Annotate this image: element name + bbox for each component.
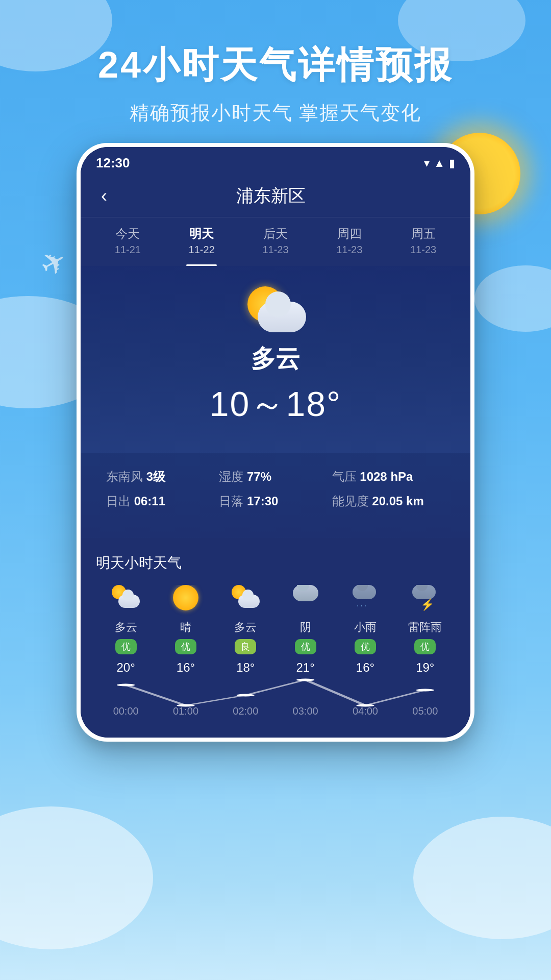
graph-container: 20°16°18°21°16°19° 00:0001:0002:0003:000… [96, 660, 455, 727]
weather-main: 多云 10～18° [81, 266, 470, 453]
main-title: 24小时天气详情预报 [0, 41, 551, 90]
hour-label-5: 05:00 [395, 702, 455, 717]
temp-item-2: 18° [216, 660, 276, 675]
hourly-item-3: 阴 优 [276, 585, 335, 660]
hourly-condition: 雷阵雨 [395, 620, 455, 635]
phone-screen: 12:30 ▾ ▲ ▮ ‹ 浦东新区 今天11-21明天11-22后天11-23… [81, 147, 470, 738]
hourly-scroll[interactable]: 多云 优 晴 优 多云 良 阴 优 ··· 小雨 优 ⚡ 雷阵雨 优 [96, 585, 455, 660]
svg-point-5 [416, 689, 434, 692]
hourly-icon: ⚡ [410, 585, 440, 616]
rain-icon: ··· [353, 585, 378, 610]
status-icons: ▾ ▲ ▮ [424, 157, 455, 170]
sun-icon [173, 585, 198, 610]
temp-row: 20°16°18°21°16°19° [96, 660, 455, 675]
hour-label-2: 02:00 [216, 702, 276, 717]
hourly-item-0: 多云 优 [96, 585, 156, 660]
wifi-icon: ▾ [424, 157, 430, 170]
bg-cloud-bottom-left [0, 806, 153, 949]
air-quality-badge: 优 [414, 639, 436, 654]
hourly-condition: 小雨 [335, 620, 395, 635]
detail-item: 气压 1028 hPa [332, 469, 445, 485]
cloud-icon [293, 585, 318, 601]
weather-details: 东南风 3级湿度 77%气压 1028 hPa 日出 06:11日落 17:30… [81, 453, 470, 538]
svg-point-3 [296, 679, 314, 681]
bg-cloud-mid-right [474, 265, 551, 332]
status-bar: 12:30 ▾ ▲ ▮ [81, 147, 470, 175]
air-quality-badge: 优 [115, 639, 137, 654]
hourly-icon [290, 585, 321, 616]
hourly-item-2: 多云 良 [216, 585, 276, 660]
hour-label-1: 01:00 [156, 702, 215, 717]
sun-cloud-icon [112, 585, 140, 608]
hourly-icon [170, 585, 201, 616]
detail-item: 能见度 20.05 km [332, 493, 445, 509]
day-tab-4[interactable]: 周五11-23 [386, 217, 460, 266]
air-quality-badge: 良 [235, 639, 256, 654]
air-quality-badge: 优 [295, 639, 316, 654]
hourly-condition: 多云 [216, 620, 276, 635]
detail-item: 湿度 77% [219, 469, 332, 485]
detail-item: 东南风 3级 [106, 469, 219, 485]
day-tab-1[interactable]: 明天11-22 [165, 217, 239, 266]
hourly-item-5: ⚡ 雷阵雨 优 [395, 585, 455, 660]
temp-item-5: 19° [395, 660, 455, 675]
hour-label-0: 00:00 [96, 702, 156, 717]
phone-frame: 12:30 ▾ ▲ ▮ ‹ 浦东新区 今天11-21明天11-22后天11-23… [77, 143, 474, 742]
day-tab-0[interactable]: 今天11-21 [91, 217, 165, 266]
detail-item: 日落 17:30 [219, 493, 332, 509]
nav-bar: ‹ 浦东新区 [81, 175, 470, 217]
weather-condition: 多云 [101, 342, 450, 375]
dragonfly-decoration: ✈ [34, 241, 73, 285]
detail-row-2: 日出 06:11日落 17:30能见度 20.05 km [106, 493, 445, 509]
sun-cloud-icon [232, 585, 260, 608]
detail-row-1: 东南风 3级湿度 77%气压 1028 hPa [106, 469, 445, 485]
day-tab-2[interactable]: 后天11-23 [239, 217, 313, 266]
status-time: 12:30 [96, 155, 130, 171]
hourly-icon [230, 585, 261, 616]
sub-title: 精确预报小时天气 掌握天气变化 [0, 100, 551, 126]
hourly-condition: 多云 [96, 620, 156, 635]
hourly-section: 明天小时天气 多云 优 晴 优 多云 良 阴 优 ··· 小雨 优 ⚡ 雷阵雨 … [81, 538, 470, 738]
bg-cloud-bottom-right [413, 817, 551, 939]
back-button[interactable]: ‹ [96, 183, 112, 209]
thunder-icon: ⚡ [412, 585, 438, 611]
hour-label-3: 03:00 [276, 702, 335, 717]
svg-point-0 [117, 684, 135, 687]
hour-label-4: 04:00 [335, 702, 395, 717]
phone-container: 12:30 ▾ ▲ ▮ ‹ 浦东新区 今天11-21明天11-22后天11-23… [77, 143, 474, 742]
temp-item-0: 20° [96, 660, 156, 675]
temp-item-1: 16° [156, 660, 215, 675]
city-name: 浦东新区 [112, 184, 430, 208]
icon-cloud [258, 302, 306, 332]
header-area: 24小时天气详情预报 精确预报小时天气 掌握天气变化 [0, 0, 551, 126]
day-tab-3[interactable]: 周四11-23 [312, 217, 386, 266]
hour-labels: 00:0001:0002:0003:0004:0005:00 [96, 702, 455, 717]
signal-icon: ▲ [434, 157, 445, 170]
air-quality-badge: 优 [175, 639, 196, 654]
svg-point-2 [237, 694, 255, 697]
hourly-item-1: 晴 优 [156, 585, 215, 660]
air-quality-badge: 优 [355, 639, 376, 654]
hourly-icon [111, 585, 141, 616]
day-tabs: 今天11-21明天11-22后天11-23周四11-23周五11-23 [81, 217, 470, 266]
temp-item-4: 16° [335, 660, 395, 675]
temp-item-3: 21° [276, 660, 335, 675]
hourly-icon: ··· [350, 585, 381, 616]
hourly-title: 明天小时天气 [96, 553, 455, 573]
detail-item: 日出 06:11 [106, 493, 219, 509]
hourly-item-4: ··· 小雨 优 [335, 585, 395, 660]
hourly-condition: 阴 [276, 620, 335, 635]
weather-temp-range: 10～18° [101, 381, 450, 428]
weather-icon-large [245, 286, 306, 332]
temp-graph [96, 675, 455, 700]
battery-icon: ▮ [449, 157, 455, 170]
hourly-condition: 晴 [156, 620, 215, 635]
